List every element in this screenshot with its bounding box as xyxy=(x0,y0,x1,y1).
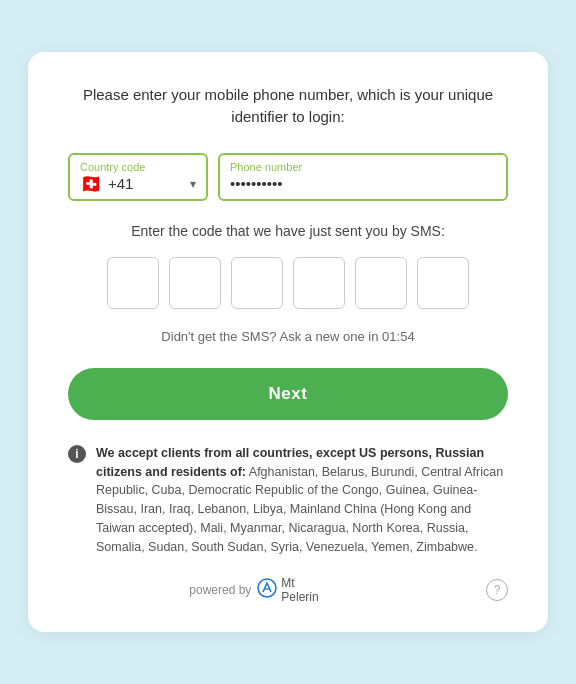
powered-by-text: powered by xyxy=(189,583,251,597)
country-code-value: +41 xyxy=(108,175,184,192)
otp-digit-6[interactable] xyxy=(417,257,469,309)
pelerin-logo: Mt Pelerin xyxy=(257,576,318,604)
sms-prompt: Enter the code that we have just sent yo… xyxy=(68,223,508,239)
otp-digit-1[interactable] xyxy=(107,257,159,309)
flag-icon: 🇨🇭 xyxy=(80,175,102,193)
phone-number-label: Phone number xyxy=(230,161,496,173)
phone-number-wrapper: Phone number xyxy=(218,153,508,201)
phone-number-input[interactable] xyxy=(230,175,496,192)
footer-middle: powered by Mt Pelerin xyxy=(68,576,440,604)
country-code-label: Country code xyxy=(80,161,196,173)
main-card: Please enter your mobile phone number, w… xyxy=(28,52,548,633)
country-code-selector[interactable]: Country code 🇨🇭 +41 ▾ xyxy=(68,153,208,201)
resend-text: Didn't get the SMS? Ask a new one in 01:… xyxy=(68,329,508,344)
brand-name: Mt Pelerin xyxy=(281,576,318,604)
disclaimer-text: We accept clients from all countries, ex… xyxy=(96,444,508,557)
footer: powered by Mt Pelerin ? xyxy=(68,576,508,604)
header-text: Please enter your mobile phone number, w… xyxy=(68,84,508,129)
help-button[interactable]: ? xyxy=(486,579,508,601)
inputs-row: Country code 🇨🇭 +41 ▾ Phone number xyxy=(68,153,508,201)
next-button[interactable]: Next xyxy=(68,368,508,420)
otp-row xyxy=(68,257,508,309)
chevron-down-icon: ▾ xyxy=(190,177,196,191)
otp-digit-3[interactable] xyxy=(231,257,283,309)
info-icon: i xyxy=(68,445,86,463)
otp-digit-5[interactable] xyxy=(355,257,407,309)
disclaimer-section: i We accept clients from all countries, … xyxy=(68,444,508,557)
otp-digit-4[interactable] xyxy=(293,257,345,309)
country-code-inner: 🇨🇭 +41 ▾ xyxy=(80,175,196,193)
pelerin-icon xyxy=(257,578,277,602)
otp-digit-2[interactable] xyxy=(169,257,221,309)
